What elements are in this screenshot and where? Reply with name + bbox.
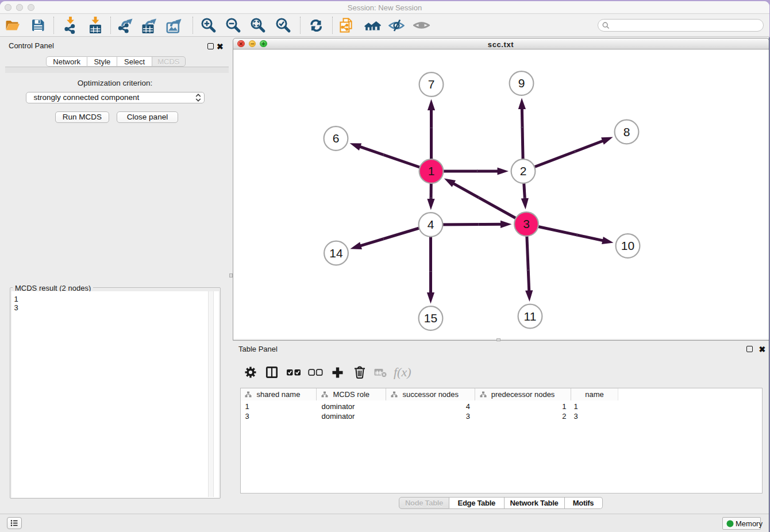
svg-text:4: 4 bbox=[427, 218, 434, 231]
svg-text:7: 7 bbox=[428, 78, 434, 91]
svg-text:9: 9 bbox=[518, 76, 525, 90]
svg-text:11: 11 bbox=[523, 310, 536, 323]
svg-text:8: 8 bbox=[623, 125, 630, 138]
svg-text:14: 14 bbox=[329, 246, 343, 260]
svg-text:6: 6 bbox=[332, 132, 339, 145]
svg-text:3: 3 bbox=[523, 217, 530, 230]
svg-text:10: 10 bbox=[621, 239, 634, 252]
svg-text:1: 1 bbox=[428, 164, 434, 178]
svg-text:15: 15 bbox=[424, 311, 437, 325]
svg-text:2: 2 bbox=[519, 164, 526, 178]
